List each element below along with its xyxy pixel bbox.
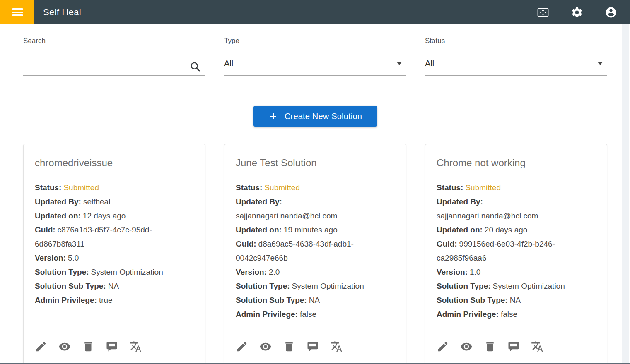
- view-button[interactable]: [58, 340, 71, 353]
- status-filter: Status All: [425, 37, 607, 76]
- field-label: Updated By:: [35, 197, 81, 206]
- status-value: All: [425, 57, 607, 69]
- solution-card: June Test Solution Status:SubmittedUpdat…: [224, 144, 406, 364]
- field-value: false: [501, 310, 517, 318]
- comment-icon: [307, 340, 319, 353]
- menu-button[interactable]: [0, 0, 34, 24]
- hamburger-icon: [12, 7, 23, 18]
- solution-title: June Test Solution: [236, 157, 395, 169]
- view-button[interactable]: [259, 340, 272, 353]
- field-row: Updated By:sajjannagari.nanda@hcl.com: [236, 195, 395, 223]
- edit-button[interactable]: [35, 340, 47, 353]
- field-value: true: [99, 296, 113, 304]
- field-row: Admin Privilege:false: [236, 307, 395, 321]
- edit-button[interactable]: [437, 340, 449, 353]
- main-content: Search Type All Status: [0, 24, 607, 364]
- field-value: 20 days ago: [485, 225, 528, 234]
- field-row: Admin Privilege:true: [35, 293, 194, 307]
- field-row: Updated on:20 days ago: [437, 223, 596, 237]
- field-value: System Optimization: [493, 282, 565, 290]
- field-label: Status:: [437, 183, 463, 192]
- field-row: Updated By:sajjannagari.nanda@hcl.com: [437, 195, 596, 223]
- field-row: Guid:999156ed-6e03-4f2b-b246-ca2985f96aa…: [437, 237, 596, 265]
- field-label: Updated on:: [236, 225, 282, 234]
- translate-button[interactable]: [129, 340, 142, 353]
- field-value: 19 minutes ago: [284, 225, 338, 234]
- translate-button[interactable]: [531, 340, 543, 353]
- scrollbar-track[interactable]: [622, 24, 629, 363]
- delete-icon: [82, 340, 94, 353]
- edit-button[interactable]: [236, 340, 248, 353]
- view-icon: [58, 340, 71, 353]
- field-label: Updated By:: [236, 197, 282, 206]
- field-row: Version:1.0: [437, 265, 596, 279]
- chevron-down-icon: [597, 62, 603, 65]
- delete-icon: [283, 340, 295, 353]
- field-value: NA: [108, 282, 119, 290]
- field-label: Guid:: [35, 225, 56, 234]
- field-value: 2.0: [269, 268, 280, 276]
- field-value: sajjannagari.nanda@hcl.com: [236, 209, 395, 223]
- translate-button[interactable]: [330, 340, 343, 353]
- account-button[interactable]: [605, 6, 617, 19]
- field-value: Submitted: [264, 183, 300, 192]
- field-label: Version:: [236, 268, 267, 276]
- type-filter: Type All: [224, 37, 406, 76]
- field-label: Version:: [35, 254, 66, 262]
- field-label: Guid:: [236, 239, 256, 248]
- field-label: Solution Sub Type:: [437, 296, 508, 304]
- overscan-button[interactable]: [537, 6, 549, 19]
- header-actions: [537, 6, 630, 19]
- comment-button[interactable]: [507, 340, 520, 353]
- field-value: System Optimization: [91, 268, 163, 276]
- search-label: Search: [23, 37, 205, 45]
- field-label: Admin Privilege:: [35, 296, 97, 304]
- field-row: Solution Type:System Optimization: [35, 265, 194, 279]
- field-row: Updated on:19 minutes ago: [236, 223, 395, 237]
- comment-icon: [106, 340, 118, 353]
- delete-button[interactable]: [484, 340, 496, 353]
- card-actions-toolbar: [24, 329, 205, 364]
- type-select[interactable]: All: [224, 57, 406, 76]
- field-row: Solution Type:System Optimization: [236, 279, 395, 293]
- comment-button[interactable]: [106, 340, 118, 353]
- field-label: Status:: [236, 183, 262, 192]
- cards-row: chromedriveissue Status:SubmittedUpdated…: [23, 144, 607, 364]
- field-row: Updated on:12 days ago: [35, 209, 194, 223]
- translate-icon: [129, 340, 142, 353]
- search-input[interactable]: [23, 57, 181, 69]
- field-value: NA: [510, 296, 521, 304]
- delete-button[interactable]: [82, 340, 94, 353]
- delete-icon: [484, 340, 496, 353]
- field-value: sajjannagari.nanda@hcl.com: [437, 209, 596, 223]
- field-label: Solution Type:: [35, 268, 89, 276]
- delete-button[interactable]: [283, 340, 295, 353]
- field-label: Solution Sub Type:: [35, 282, 106, 290]
- status-select[interactable]: All: [425, 57, 607, 76]
- search-icon[interactable]: [189, 60, 201, 73]
- field-value: Submitted: [465, 183, 501, 192]
- field-value: false: [300, 310, 316, 318]
- field-label: Admin Privilege:: [236, 310, 298, 318]
- field-value: 12 days ago: [83, 211, 126, 220]
- create-new-solution-button[interactable]: Create New Solution: [253, 106, 377, 127]
- solution-details: Status:SubmittedUpdated By:selfhealUpdat…: [35, 181, 194, 307]
- field-label: Solution Sub Type:: [236, 296, 307, 304]
- page-title: Self Heal: [43, 7, 81, 18]
- field-label: Guid:: [437, 239, 457, 248]
- create-button-row: Create New Solution: [23, 106, 607, 127]
- chevron-down-icon: [396, 62, 402, 65]
- settings-icon: [571, 6, 583, 19]
- field-row: Admin Privilege:false: [437, 307, 596, 321]
- status-label: Status: [425, 37, 607, 45]
- field-row: Solution Sub Type:NA: [35, 279, 194, 293]
- field-row: Solution Sub Type:NA: [437, 293, 596, 307]
- comment-button[interactable]: [307, 340, 319, 353]
- translate-icon: [531, 340, 543, 353]
- translate-icon: [330, 340, 343, 353]
- view-button[interactable]: [460, 340, 473, 353]
- field-row: Guid:c876a1d3-d5f7-4c7c-95dd-6d867b8fa31…: [35, 223, 194, 251]
- field-label: Updated By:: [437, 197, 483, 206]
- settings-button[interactable]: [571, 6, 583, 19]
- view-icon: [460, 340, 473, 353]
